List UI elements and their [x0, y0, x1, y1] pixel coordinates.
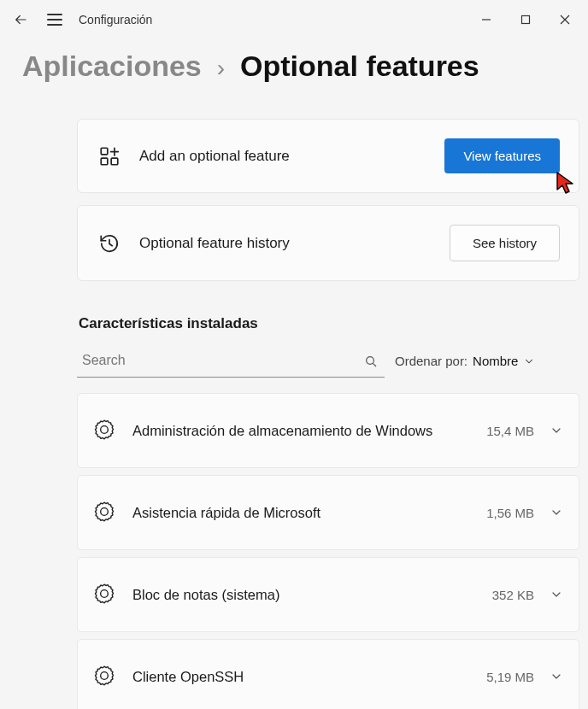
feature-size: 5,19 MB — [486, 670, 534, 684]
window-controls — [467, 0, 585, 39]
breadcrumb-parent[interactable]: Aplicaciones — [22, 50, 202, 83]
titlebar: Configuración — [0, 0, 588, 39]
hamburger-icon — [47, 19, 62, 21]
app-title: Configuración — [79, 13, 152, 26]
maximize-button[interactable] — [506, 0, 545, 39]
svg-rect-1 — [522, 16, 530, 24]
page-title: Optional features — [240, 50, 479, 83]
svg-rect-2 — [101, 148, 108, 155]
add-feature-label: Add an optional feature — [139, 148, 444, 165]
back-button[interactable] — [7, 6, 34, 33]
chevron-down-icon — [550, 670, 563, 683]
chevron-down-icon — [550, 588, 563, 601]
feature-name: Asistencia rápida de Microsoft — [132, 505, 486, 521]
menu-button[interactable] — [41, 6, 68, 33]
search-wrap — [77, 344, 385, 378]
sort-control[interactable]: Ordenar por: Nombre — [395, 354, 535, 368]
feature-row[interactable]: Asistencia rápida de Microsoft 1,56 MB — [77, 475, 579, 550]
history-icon — [97, 231, 122, 256]
svg-rect-3 — [101, 158, 108, 165]
breadcrumb: Aplicaciones › Optional features — [0, 39, 588, 93]
sort-value: Nombre — [473, 354, 518, 368]
content: Add an optional feature View features Op… — [0, 93, 588, 709]
chevron-down-icon — [550, 424, 563, 437]
svg-rect-4 — [111, 158, 118, 165]
feature-size: 352 KB — [492, 588, 534, 602]
sort-label: Ordenar por: — [395, 354, 467, 368]
gear-icon — [93, 583, 117, 606]
gear-icon — [93, 665, 117, 688]
minimize-button[interactable] — [467, 0, 506, 39]
gear-icon — [93, 501, 117, 524]
search-input[interactable] — [77, 344, 385, 378]
feature-size: 15,4 MB — [486, 424, 534, 438]
feature-name: Bloc de notas (sistema) — [132, 587, 492, 603]
search-sort-row: Ordenar por: Nombre — [77, 344, 579, 378]
history-card: Optional feature history See history — [77, 205, 579, 281]
feature-name: Administración de almacenamiento de Wind… — [132, 423, 486, 439]
gear-icon — [93, 419, 117, 442]
add-feature-card: Add an optional feature View features — [77, 119, 579, 193]
feature-name: Cliente OpenSSH — [132, 669, 486, 685]
feature-row[interactable]: Administración de almacenamiento de Wind… — [77, 393, 579, 468]
svg-line-6 — [373, 363, 376, 366]
installed-section-title: Características instaladas — [79, 315, 579, 332]
close-icon — [560, 15, 570, 25]
view-features-button[interactable]: View features — [444, 138, 560, 173]
see-history-button[interactable]: See history — [450, 225, 560, 261]
svg-point-5 — [367, 356, 374, 364]
close-button[interactable] — [545, 0, 585, 39]
feature-row[interactable]: Cliente OpenSSH 5,19 MB — [77, 639, 579, 709]
back-arrow-icon — [13, 12, 28, 27]
feature-size: 1,56 MB — [486, 506, 534, 520]
features-list: Administración de almacenamiento de Wind… — [77, 393, 579, 709]
minimize-icon — [481, 15, 491, 25]
maximize-icon — [520, 15, 531, 25]
feature-row[interactable]: Bloc de notas (sistema) 352 KB — [77, 557, 579, 632]
search-icon — [364, 354, 378, 368]
chevron-right-icon: › — [217, 55, 225, 82]
history-label: Optional feature history — [139, 235, 450, 252]
chevron-down-icon — [523, 355, 535, 367]
chevron-down-icon — [550, 506, 563, 519]
add-grid-icon — [97, 144, 122, 169]
